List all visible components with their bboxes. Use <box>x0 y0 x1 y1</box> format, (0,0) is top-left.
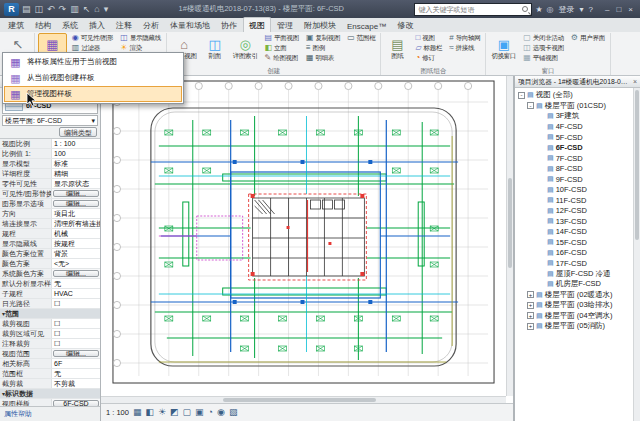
sign-in-caret-icon[interactable]: ▾ <box>580 5 584 14</box>
redo-icon[interactable]: ↷ <box>59 5 67 14</box>
property-row[interactable]: 显示模型 标准 <box>0 159 100 169</box>
ribbon-button[interactable]: ▤ 平面视图 <box>263 33 301 43</box>
property-value[interactable]: 无 <box>52 279 100 288</box>
property-row[interactable]: 视图比例 1 : 100 <box>0 139 100 149</box>
property-value[interactable]: 不剪裁 <box>52 379 100 388</box>
property-value[interactable]: 精细 <box>52 169 100 178</box>
ribbon-panel-label[interactable]: 创建 <box>170 65 378 76</box>
property-row[interactable]: 视图范围 编辑... <box>0 349 100 359</box>
property-row[interactable]: 裁剪区域可见 ☐ <box>0 329 100 339</box>
property-row[interactable]: 系统颜色方案 编辑... <box>0 269 100 279</box>
property-row[interactable]: 方向 项目北 <box>0 209 100 219</box>
ribbon-button[interactable]: ▤ 图纸 <box>384 33 410 65</box>
browser-tree-item[interactable]: ▤ 17F-CSD <box>515 258 632 269</box>
canvas-vertical-scrollbar[interactable] <box>506 76 513 396</box>
properties-help-link[interactable]: 属性帮助 <box>4 409 32 419</box>
show-crop-region-icon[interactable]: ▣ <box>195 408 204 417</box>
browser-scrollbar[interactable] <box>633 88 640 421</box>
property-row[interactable]: 相关标高 6F <box>0 359 100 369</box>
menu-item[interactable]: ▦ 从当前视图创建样板 <box>4 70 182 86</box>
ribbon-button[interactable]: ▣ 复制视图 <box>304 33 342 43</box>
browser-tree-item[interactable]: ▤ 16F-CSD <box>515 248 632 259</box>
ribbon-tab[interactable]: 系统 <box>57 18 83 32</box>
ribbon-button[interactable]: ◉ 可见性/图形 <box>70 33 116 43</box>
browser-tree-item[interactable]: ▤ 10F-CSD <box>515 185 632 196</box>
property-value[interactable]: 100 <box>52 149 100 158</box>
ribbon-tab[interactable]: 附加模块 <box>299 18 341 32</box>
property-row[interactable]: 范围框 无 <box>0 369 100 379</box>
property-row[interactable]: 子规程 HVAC <box>0 289 100 299</box>
browser-tree-item[interactable]: ▤ 13F-CSD <box>515 216 632 227</box>
property-row[interactable]: 规程 机械 <box>0 229 100 239</box>
browser-tree-item[interactable]: ▤ 屋顶F-CSD 冷通 <box>515 269 632 280</box>
close-button[interactable]: × <box>625 5 636 14</box>
modify-arrow-icon[interactable]: ↖ <box>83 5 91 14</box>
ribbon-button[interactable]: ◫ 选项卡视图 <box>521 43 566 53</box>
browser-tree-item[interactable]: ▤ 3F建筑 <box>515 111 632 122</box>
property-value[interactable]: 1 : 100 <box>52 139 100 148</box>
detail-level-icon[interactable]: ▦ <box>133 408 142 417</box>
tree-expander[interactable]: - <box>527 102 534 109</box>
browser-tree-item[interactable]: - ▤ 视图 (全部) <box>515 90 632 101</box>
scrollbar-thumb[interactable] <box>223 398 377 402</box>
ribbon-button[interactable]: ◧ 立面 <box>263 43 301 53</box>
property-row[interactable]: 图形显示选项 编辑... <box>0 199 100 209</box>
browser-tree-item[interactable]: ▤ 12F-CSD <box>515 206 632 217</box>
drawing-canvas[interactable] <box>101 76 506 396</box>
ribbon-tab[interactable]: 修改 <box>392 18 418 32</box>
project-browser-close-icon[interactable]: × <box>633 78 637 85</box>
property-value[interactable]: HVAC <box>52 289 100 298</box>
browser-tree-item[interactable]: ▤ 8F-CSD <box>515 164 632 175</box>
property-value[interactable]: 显示原状态 <box>52 179 100 188</box>
ribbon-tab[interactable]: 体量和场地 <box>165 18 215 32</box>
property-row[interactable]: 可见性/图形替换 编辑... <box>0 189 100 199</box>
ribbon-tab[interactable]: Enscape™ <box>342 20 391 32</box>
view-scale[interactable]: 1 : 100 <box>106 408 129 417</box>
tree-expander[interactable]: - <box>518 92 525 99</box>
properties-filter-dropdown[interactable]: 楼层平面: 6F-CSD ▾ <box>2 115 98 126</box>
sun-path-icon[interactable]: ☀ <box>158 408 166 417</box>
revit-logo[interactable]: R <box>4 3 19 16</box>
browser-tree-item[interactable]: + ▤ 楼层平面 (04空调水) <box>515 311 632 322</box>
browser-tree-item[interactable]: ▤ 7F-CSD <box>515 153 632 164</box>
ribbon-button[interactable]: □ 视图 <box>413 33 444 43</box>
ribbon-button[interactable]: ◔ 修订 <box>413 53 444 63</box>
print-icon[interactable]: ▥ <box>70 5 79 14</box>
ribbon-button[interactable]: ▱ 标题栏 <box>413 43 444 53</box>
property-row[interactable]: 范围 <box>0 309 100 319</box>
tree-expander[interactable]: + <box>527 323 534 330</box>
ribbon-button[interactable]: ≡ 图例 <box>304 43 342 53</box>
browser-tree-item[interactable]: ▤ 14F-CSD <box>515 227 632 238</box>
ribbon-tab[interactable]: 结构 <box>30 18 56 32</box>
browser-tree-item[interactable]: ▤ 15F-CSD <box>515 237 632 248</box>
tree-expander[interactable]: + <box>527 291 534 298</box>
browser-tree-item[interactable]: - ▤ 楼层平面 (01CSD) <box>515 101 632 112</box>
ribbon-button[interactable]: ≈ 拼接线 <box>447 43 482 53</box>
tree-expander[interactable]: + <box>527 302 534 309</box>
ribbon-button[interactable]: ◫ 显示隐藏线 <box>118 33 163 43</box>
canvas-horizontal-scrollbar[interactable] <box>101 396 506 403</box>
ribbon-button[interactable]: ▭ 范围框 <box>345 33 377 43</box>
browser-tree-item[interactable]: ▤ 4F-CSD <box>515 122 632 133</box>
visual-style-icon[interactable]: ◧ <box>145 408 154 417</box>
ribbon-button[interactable]: ▣ 切换窗口 <box>489 33 518 65</box>
temporary-view-properties-icon[interactable]: ▧ <box>229 408 238 417</box>
property-row[interactable]: 比例值 1: 100 <box>0 149 100 159</box>
property-value[interactable]: 6F <box>52 359 100 368</box>
ribbon-tab[interactable]: 分析 <box>138 18 164 32</box>
property-value[interactable]: 清理所有墙连接 <box>52 219 100 228</box>
property-value[interactable]: 机械 <box>52 229 100 238</box>
scrollbar-thumb[interactable] <box>635 90 639 240</box>
property-row[interactable]: 标识数据 <box>0 389 100 399</box>
qat-dropdown-icon[interactable]: ▾ <box>104 5 109 14</box>
ribbon-panel-label[interactable]: 图纸组合 <box>384 65 482 76</box>
ribbon-tab[interactable]: 建筑 <box>3 18 29 32</box>
edit-type-button[interactable]: 编辑类型 <box>59 127 97 137</box>
browser-tree-item[interactable]: ▤ 6F-CSD <box>515 143 632 154</box>
ribbon-button[interactable]: ⚙ 用户界面 <box>569 33 607 43</box>
undo-icon[interactable]: ↶ <box>47 5 55 14</box>
exchange-apps-icon[interactable]: ★ <box>535 5 542 14</box>
property-value[interactable]: 无 <box>52 369 100 378</box>
maximize-button[interactable]: □ <box>613 5 624 14</box>
browser-tree-item[interactable]: ▤ 机房层F-CSD <box>515 279 632 290</box>
